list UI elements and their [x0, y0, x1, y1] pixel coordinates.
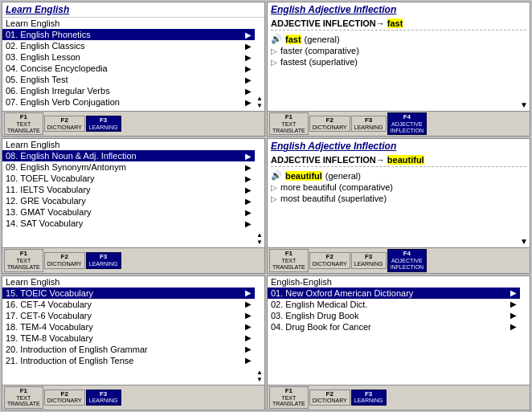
f1-translate-btn[interactable]: F1 TEXT TRANSLATE	[269, 249, 309, 271]
general-word: fast	[285, 35, 301, 44]
f3-learning-btn[interactable]: F3 LEARNING	[351, 252, 387, 268]
f2-dictionary-btn[interactable]: F2 DICTIONARY	[309, 116, 350, 132]
middle-left-toolbar: F1 TEXT TRANSLATE F2 DICTIONARY F3 LEARN…	[2, 247, 264, 272]
inflection-header-fast: ADJECTIVE INFLECTION→ fast	[268, 17, 530, 30]
list-item[interactable]: 01. New Oxford American Dictionary ▶	[268, 288, 520, 299]
scrollbar[interactable]: ▲ ▼	[255, 288, 264, 385]
f2-dictionary-btn[interactable]: F2 DICTIONARY	[44, 116, 85, 132]
inflection-word-fast: fast	[387, 18, 403, 28]
list-item[interactable]: 11. IELTS Vocabulary ▶	[2, 184, 255, 195]
f2-dictionary-btn[interactable]: F2 DICTIONARY	[44, 252, 85, 268]
list-item[interactable]: 10. TOEFL Vocabulary ▶	[2, 173, 255, 184]
bottom-left-toolbar: F1 TEXT TRANSLATE F2 DICTIONARY F3 LEARN…	[2, 385, 264, 410]
general-word: beautiful	[285, 171, 322, 181]
scroll-down-icon[interactable]: ▼	[256, 239, 263, 246]
bottom-right-toolbar: F1 TEXT TRANSLATE F2 DICTIONARY F3 LEARN…	[268, 385, 530, 410]
f3-learning-btn[interactable]: F3 LEARNING	[86, 390, 121, 406]
inflection-content-beautiful: 🔊 beautiful (general) ▷ more beautiful (…	[271, 166, 526, 235]
f3-learning-btn[interactable]: F3 LEARNING	[351, 116, 387, 132]
f1-translate-btn[interactable]: F1 TEXT TRANSLATE	[4, 112, 43, 135]
middle-right-toolbar: F1 TEXT TRANSLATE F2 DICTIONARY F3 LEARN…	[268, 247, 530, 272]
f2-dictionary-btn[interactable]: F2 DICTIONARY	[309, 390, 350, 406]
bottom-right-subtitle: English-English	[268, 276, 530, 288]
inflection-item: ▷ most beautiful (superlative)	[271, 193, 526, 204]
bottom-left-subtitle: Learn English	[2, 276, 264, 288]
inflection-word-beautiful: beautiful	[387, 155, 424, 165]
f1-translate-btn[interactable]: F1 TEXT TRANSLATE	[269, 386, 309, 409]
inflection-content-fast: 🔊 fast (general) ▷ faster (comparative) …	[271, 30, 526, 99]
speaker-icon[interactable]: 🔊	[271, 170, 282, 181]
top-left-panel: Learn English Learn English 01. English …	[2, 2, 265, 137]
list-item[interactable]: 07. English Verb Conjugation ▶	[2, 96, 255, 108]
list-item[interactable]: 20. Introduction of English Grammar ▶	[2, 344, 255, 355]
f2-dictionary-btn[interactable]: F2 DICTIONARY	[44, 390, 85, 406]
bottom-right-panel: English-English 01. New Oxford American …	[267, 275, 530, 410]
inflection-item: 🔊 beautiful (general)	[271, 169, 526, 182]
scroll-up-icon[interactable]: ▲	[256, 369, 263, 376]
f3-learning-btn[interactable]: F3 LEARNING	[86, 116, 121, 132]
scrollbar[interactable]	[520, 288, 530, 385]
list-item[interactable]: 05. English Test ▶	[2, 74, 255, 85]
list-item[interactable]: 21. Introduction of English Tense ▶	[2, 355, 255, 366]
inflection-item: ▷ faster (comparative)	[271, 45, 526, 56]
scroll-indicator-right: ▼	[268, 235, 530, 247]
top-right-toolbar: F1 TEXT TRANSLATE F2 DICTIONARY F3 LEARN…	[268, 111, 530, 136]
list-item[interactable]: 08. English Noun & Adj. Inflection ▶	[2, 150, 255, 161]
f3-learning-btn[interactable]: F3 LEARNING	[351, 390, 387, 406]
inflection-header-beautiful: ADJECTIVE INFLECTION→ beautiful	[268, 153, 530, 166]
top-left-subtitle: Learn English	[2, 18, 264, 29]
scroll-down-icon[interactable]: ▼	[256, 377, 263, 383]
list-item[interactable]: 18. TEM-4 Vocabulary ▶	[2, 321, 255, 332]
bottom-left-list-area: 15. TOEIC Vocabulary ▶ 16. CET-4 Vocabul…	[2, 288, 264, 385]
list-item[interactable]: 17. CET-6 Vocabulary ▶	[2, 310, 255, 321]
inflection-item: ▷ more beautiful (comparative)	[271, 182, 526, 193]
top-right-title: English Adjective Inflection	[268, 2, 530, 17]
f4-adjective-btn[interactable]: F4 ADJECTIVE INFLECTION	[387, 112, 428, 135]
f1-translate-btn[interactable]: F1 TEXT TRANSLATE	[4, 249, 43, 271]
list-item[interactable]: 12. GRE Vocabulary ▶	[2, 195, 255, 206]
sup-icon: ▷	[271, 194, 277, 203]
list-item[interactable]: 02. English Medical Dict. ▶	[268, 299, 520, 310]
bottom-left-panel: Learn English 15. TOEIC Vocabulary ▶ 16.…	[2, 275, 265, 410]
scroll-up-icon[interactable]: ▲	[256, 96, 263, 102]
scroll-up-icon[interactable]: ▲	[256, 232, 263, 239]
list-item[interactable]: 06. English Irregular Verbs ▶	[2, 85, 255, 96]
scrollbar[interactable]: ▲ ▼	[255, 29, 264, 111]
bottom-left-list: 15. TOEIC Vocabulary ▶ 16. CET-4 Vocabul…	[2, 288, 255, 385]
list-item[interactable]: 01. English Phonetics ▶	[2, 29, 255, 40]
top-left-toolbar: F1 TEXT TRANSLATE F2 DICTIONARY F3 LEARN…	[2, 111, 264, 136]
sup-icon: ▷	[271, 58, 277, 67]
scroll-down-icon[interactable]: ▼	[520, 237, 528, 246]
speaker-icon[interactable]: 🔊	[271, 34, 282, 44]
inflection-item: 🔊 fast (general)	[271, 33, 526, 45]
middle-right-panel: English Adjective Inflection ADJECTIVE I…	[267, 138, 530, 273]
f4-adjective-btn[interactable]: F4 ADJECTIVE INFLECTION	[387, 249, 428, 271]
list-item[interactable]: 04. Drug Book for Cancer ▶	[268, 321, 520, 332]
f1-translate-btn[interactable]: F1 TEXT TRANSLATE	[4, 386, 43, 409]
middle-left-list-area: 08. English Noun & Adj. Inflection ▶ 09.…	[2, 150, 264, 247]
f2-dictionary-btn[interactable]: F2 DICTIONARY	[309, 252, 350, 268]
scrollbar[interactable]: ▲ ▼	[255, 150, 264, 247]
top-right-panel: English Adjective Inflection ADJECTIVE I…	[267, 2, 530, 137]
scroll-down-icon[interactable]: ▼	[520, 100, 528, 109]
f3-learning-btn[interactable]: F3 LEARNING	[86, 252, 121, 268]
list-item[interactable]: 03. English Drug Book ▶	[268, 310, 520, 321]
middle-left-subtitle: Learn English	[2, 139, 264, 150]
list-item[interactable]: 15. TOEIC Vocabulary ▶	[2, 288, 255, 299]
list-item[interactable]: 09. English Synonym/Antonym ▶	[2, 161, 255, 173]
inflection-item: ▷ fastest (superlative)	[271, 56, 526, 67]
top-left-list-area: 01. English Phonetics ▶ 02. English Clas…	[2, 29, 264, 111]
middle-left-panel: Learn English 08. English Noun & Adj. In…	[2, 138, 265, 273]
list-item[interactable]: 13. GMAT Vocabulary ▶	[2, 206, 255, 218]
list-item[interactable]: 19. TEM-8 Vocabulary ▶	[2, 332, 255, 344]
scroll-indicator-right: ▼	[268, 99, 530, 111]
list-item[interactable]: 16. CET-4 Vocabulary ▶	[2, 299, 255, 310]
list-item[interactable]: 14. SAT Vocabulary ▶	[2, 218, 255, 229]
f1-translate-btn[interactable]: F1 TEXT TRANSLATE	[269, 112, 309, 135]
list-item[interactable]: 04. Concise Encyclopedia ▶	[2, 63, 255, 74]
list-item[interactable]: 03. English Lesson ▶	[2, 51, 255, 63]
bottom-right-list: 01. New Oxford American Dictionary ▶ 02.…	[268, 288, 520, 385]
top-left-title: Learn English	[2, 2, 264, 18]
list-item[interactable]: 02. English Classics ▶	[2, 40, 255, 51]
scroll-down-icon[interactable]: ▼	[256, 103, 263, 109]
